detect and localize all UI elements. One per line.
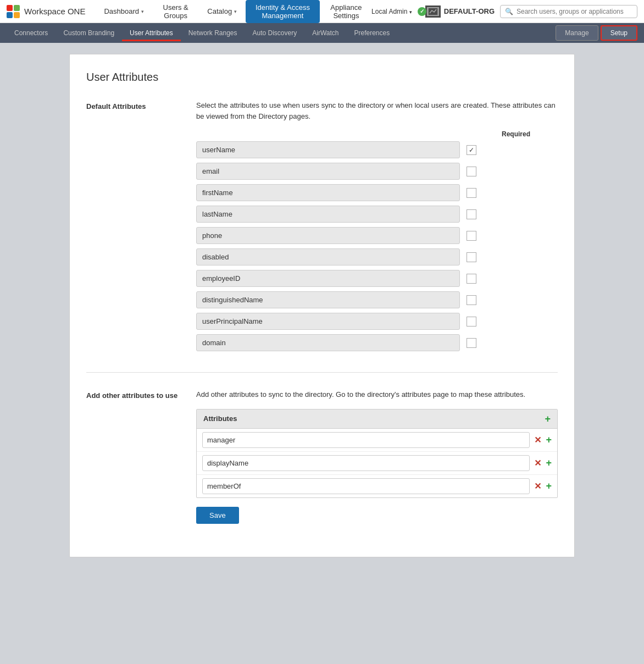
attr-row-employeeid bbox=[196, 270, 558, 287]
page-title: User Attributes bbox=[86, 71, 558, 84]
attr-input-distinguishedname[interactable] bbox=[196, 291, 460, 308]
attr-checkbox-distinguishedname[interactable] bbox=[467, 295, 476, 305]
attr-row-domain bbox=[196, 334, 558, 351]
attr-checkbox-userprincipalname[interactable] bbox=[467, 317, 476, 327]
subnav-preferences[interactable]: Preferences bbox=[346, 25, 397, 41]
subnav-right-buttons: Manage Setup bbox=[556, 25, 637, 41]
add-attr-input-memberof[interactable] bbox=[202, 478, 530, 494]
delete-manager-button[interactable]: ✕ bbox=[534, 435, 541, 445]
add-attribute-header-button[interactable]: + bbox=[545, 414, 551, 424]
attr-checkbox-lastname[interactable] bbox=[467, 209, 476, 219]
add-after-displayname-button[interactable]: + bbox=[546, 458, 552, 468]
attr-input-firstname[interactable] bbox=[196, 184, 460, 201]
admin-link[interactable]: Local Admin ▾ bbox=[371, 8, 412, 15]
logo-sq-green bbox=[14, 5, 20, 11]
search-box[interactable]: 🔍 bbox=[500, 5, 637, 18]
attr-row-disabled bbox=[196, 248, 558, 265]
logo-sq-yellow bbox=[14, 12, 20, 18]
section-divider bbox=[86, 372, 558, 373]
add-attr-input-displayname[interactable] bbox=[202, 455, 530, 471]
add-attr-row-manager: ✕ + bbox=[197, 429, 557, 452]
manage-button[interactable]: Manage bbox=[556, 25, 598, 41]
save-button[interactable]: Save bbox=[196, 507, 239, 524]
org-checkmark-icon: ✓ bbox=[418, 7, 426, 16]
attr-input-userprincipalname[interactable] bbox=[196, 313, 460, 330]
attr-input-domain[interactable] bbox=[196, 334, 460, 351]
attr-input-employeeid[interactable] bbox=[196, 270, 460, 287]
add-after-memberof-button[interactable]: + bbox=[546, 481, 552, 491]
add-attributes-desc: Add other attributes to sync to the dire… bbox=[196, 389, 558, 400]
attr-input-email[interactable] bbox=[196, 163, 460, 180]
subnav-auto-discovery[interactable]: Auto Discovery bbox=[245, 25, 305, 41]
content-card: User Attributes Default Attributes Selec… bbox=[69, 54, 575, 557]
attr-input-username[interactable] bbox=[196, 141, 460, 158]
org-chart-icon bbox=[425, 5, 441, 18]
setup-button[interactable]: Setup bbox=[601, 25, 637, 41]
sub-nav: Connectors Custom Branding User Attribut… bbox=[0, 23, 644, 43]
app-title: Workspace ONE bbox=[24, 7, 85, 16]
attr-checkbox-email[interactable] bbox=[467, 167, 476, 176]
org-badge: ✓ DEFAULT-ORG bbox=[418, 5, 495, 18]
add-attr-input-manager[interactable] bbox=[202, 432, 530, 448]
attr-input-lastname[interactable] bbox=[196, 206, 460, 223]
subnav-custom-branding[interactable]: Custom Branding bbox=[55, 25, 122, 41]
subnav-network-ranges[interactable]: Network Ranges bbox=[181, 25, 245, 41]
nav-catalog[interactable]: Catalog ▾ bbox=[199, 4, 245, 19]
search-input[interactable] bbox=[517, 8, 632, 15]
attr-row-lastname bbox=[196, 206, 558, 223]
default-attributes-section: Default Attributes Select the attributes… bbox=[86, 100, 558, 356]
attr-checkbox-employeeid[interactable] bbox=[467, 274, 476, 284]
delete-memberof-button[interactable]: ✕ bbox=[534, 481, 541, 491]
nav-users-groups[interactable]: Users & Groups bbox=[153, 0, 198, 23]
add-attributes-content: Add other attributes to sync to the dire… bbox=[196, 389, 558, 524]
default-attributes-label: Default Attributes bbox=[86, 100, 180, 356]
nav-identity-access[interactable]: Identity & Access Management bbox=[246, 0, 320, 23]
subnav-connectors[interactable]: Connectors bbox=[7, 25, 55, 41]
admin-area: Local Admin ▾ bbox=[371, 8, 412, 15]
logo-sq-blue bbox=[7, 12, 13, 18]
add-attributes-section: Add other attributes to use Add other at… bbox=[86, 389, 558, 524]
default-attributes-desc: Select the attributes to use when users … bbox=[196, 100, 558, 121]
attr-checkbox-firstname[interactable] bbox=[467, 188, 476, 198]
attr-row-firstname bbox=[196, 184, 558, 201]
add-after-manager-button[interactable]: + bbox=[546, 435, 552, 445]
nav-appliance[interactable]: Appliance Settings bbox=[321, 0, 371, 23]
attr-checkbox-phone[interactable] bbox=[467, 231, 476, 241]
add-attr-row-memberof: ✕ + bbox=[197, 475, 557, 497]
attr-checkbox-username[interactable] bbox=[467, 145, 476, 155]
attr-input-disabled[interactable] bbox=[196, 248, 460, 265]
subnav-user-attributes[interactable]: User Attributes bbox=[122, 25, 181, 41]
attr-row-distinguishedname bbox=[196, 291, 558, 308]
attr-row-phone bbox=[196, 227, 558, 244]
main-nav: Dashboard ▾ Users & Groups Catalog ▾ Ide… bbox=[96, 0, 371, 23]
org-name: DEFAULT-ORG bbox=[444, 7, 495, 15]
logo-icon bbox=[7, 5, 20, 18]
add-attr-table-header: Attributes + bbox=[197, 410, 557, 429]
attr-input-phone[interactable] bbox=[196, 227, 460, 244]
attr-header: Required bbox=[196, 130, 558, 138]
nav-dashboard[interactable]: Dashboard ▾ bbox=[96, 4, 152, 19]
svg-rect-0 bbox=[428, 8, 438, 15]
add-attributes-table: Attributes + ✕ + ✕ + bbox=[196, 409, 558, 498]
top-bar: Workspace ONE Dashboard ▾ Users & Groups… bbox=[0, 0, 644, 23]
attr-row-userprincipalname bbox=[196, 313, 558, 330]
add-attr-row-displayname: ✕ + bbox=[197, 452, 557, 475]
search-icon: 🔍 bbox=[505, 8, 513, 15]
required-header: Required bbox=[502, 130, 530, 138]
attributes-column-label: Attributes bbox=[203, 414, 237, 423]
logo-sq-red bbox=[7, 5, 13, 11]
logo-area: Workspace ONE bbox=[7, 5, 85, 18]
dashboard-arrow: ▾ bbox=[141, 9, 144, 14]
admin-arrow: ▾ bbox=[409, 9, 412, 15]
attr-row-username bbox=[196, 141, 558, 158]
attr-checkbox-domain[interactable] bbox=[467, 338, 476, 348]
delete-displayname-button[interactable]: ✕ bbox=[534, 458, 541, 468]
catalog-arrow: ▾ bbox=[234, 9, 237, 14]
main-wrapper: User Attributes Default Attributes Selec… bbox=[0, 43, 644, 568]
add-attributes-label: Add other attributes to use bbox=[86, 389, 180, 524]
subnav-airwatch[interactable]: AirWatch bbox=[304, 25, 346, 41]
default-attributes-content: Select the attributes to use when users … bbox=[196, 100, 558, 356]
attr-checkbox-disabled[interactable] bbox=[467, 252, 476, 262]
attr-row-email bbox=[196, 163, 558, 180]
